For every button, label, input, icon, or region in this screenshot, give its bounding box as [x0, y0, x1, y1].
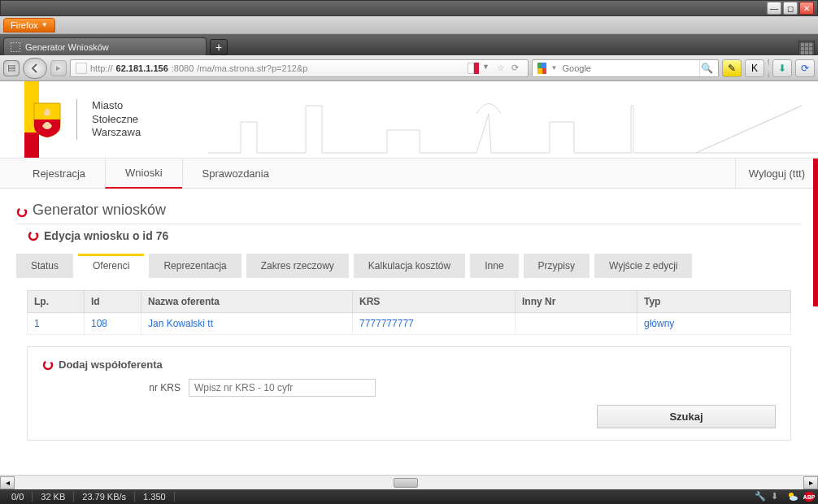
chevron-down-icon: ▼ — [41, 21, 48, 28]
cell-id[interactable]: 108 — [85, 313, 141, 335]
page-subtitle: Edycja wniosku o id 76 — [16, 226, 802, 250]
tab-wyjscie[interactable]: Wyjście z edycji — [594, 254, 693, 278]
window-titlebar: — ◻ ✕ — [0, 0, 818, 16]
warsaw-crest-icon — [33, 102, 62, 137]
krs-label: nr KRS — [42, 382, 181, 393]
tab-content: Lp. Id Nazwa oferenta KRS Inny Nr Typ 1 … — [16, 278, 802, 456]
browser-tab[interactable]: Generator Wniosków — [3, 37, 207, 55]
back-button[interactable] — [23, 58, 47, 79]
tab-overflow-button[interactable] — [798, 41, 815, 55]
red-border-accent — [813, 159, 818, 306]
site-favicon — [76, 63, 87, 74]
search-input[interactable] — [562, 63, 694, 73]
status-count: 0/0 — [3, 492, 33, 502]
url-bar[interactable]: http://62.181.1.156:8080/ma/ma.strona.st… — [70, 59, 529, 77]
main-navigation: Rejestracja Wnioski Sprawozdania Wyloguj… — [0, 159, 818, 189]
th-typ: Typ — [637, 291, 791, 313]
toggle-sidebar-button[interactable]: ▤ — [3, 60, 20, 76]
tab-oferenci[interactable]: Oferenci — [78, 254, 144, 278]
krs-input[interactable] — [189, 379, 376, 397]
skyline-decoration — [208, 89, 818, 154]
site-header: Miasto Stołeczne Warszawa — [0, 81, 818, 159]
site-logo: Miasto Stołeczne Warszawa — [33, 99, 141, 141]
logout-link[interactable]: Wyloguj (ttt) — [735, 159, 818, 188]
tab-title: Generator Wniosków — [25, 42, 109, 52]
tab-reprezentacja[interactable]: Reprezentacja — [149, 254, 241, 278]
page-viewport: Miasto Stołeczne Warszawa Rejestracja Wn… — [0, 81, 818, 475]
page-title: Generator wniosków — [16, 197, 802, 224]
city-line3: Warszawa — [92, 126, 141, 140]
url-host: 62.181.1.156 — [116, 63, 168, 73]
cell-inny — [516, 313, 637, 335]
city-line2: Stołeczne — [92, 113, 141, 127]
k-label: K — [751, 63, 758, 74]
scroll-track[interactable] — [15, 476, 803, 489]
cell-nazwa[interactable]: Jan Kowalski tt — [141, 313, 353, 335]
tab-inne[interactable]: Inne — [470, 254, 518, 278]
dropdown-icon[interactable]: ▼ — [482, 63, 494, 74]
cell-krs[interactable]: 7777777777 — [353, 313, 516, 335]
add-cooferent-panel: Dodaj współoferenta nr KRS Szukaj — [27, 346, 791, 441]
cell-lp[interactable]: 1 — [28, 313, 85, 335]
toolbar-separator — [768, 59, 769, 77]
nav-rejestracja[interactable]: Rejestracja — [13, 159, 105, 188]
th-krs: KRS — [353, 291, 516, 313]
bookmark-star-icon[interactable]: ☆ — [497, 63, 508, 74]
refresh-page-icon[interactable]: ⟳ — [795, 59, 815, 77]
download-icon[interactable]: ⬇ — [771, 491, 782, 502]
status-bar: 0/0 32 KB 23.79 KB/s 1.350 🔧 ⬇ ABP — [0, 489, 818, 504]
city-line1: Miasto — [92, 99, 141, 113]
adblock-icon[interactable]: ABP — [803, 491, 815, 502]
browser-tabbar: Generator Wniosków + — [0, 34, 818, 55]
minimize-button[interactable]: — — [767, 2, 781, 15]
table-row[interactable]: 1 108 Jan Kowalski tt 7777777777 główny — [28, 313, 791, 335]
tab-status[interactable]: Status — [16, 254, 73, 278]
scroll-left-button[interactable]: ◂ — [0, 476, 15, 489]
firefox-menu-label: Firefox — [11, 20, 38, 30]
scroll-right-button[interactable]: ▸ — [803, 476, 818, 489]
svg-text:ABP: ABP — [803, 494, 815, 500]
reload-icon[interactable]: ⟳ — [511, 63, 523, 74]
arrow-icon — [28, 230, 39, 241]
cell-typ[interactable]: główny — [637, 313, 791, 335]
close-button[interactable]: ✕ — [799, 2, 814, 15]
page-subtitle-text: Edycja wniosku o id 76 — [44, 229, 168, 242]
tab-kalkulacja[interactable]: Kalkulacja kosztów — [354, 254, 465, 278]
highlighter-icon[interactable]: ✎ — [722, 59, 742, 77]
flag-icon — [468, 63, 479, 74]
page-content: Generator wniosków Edycja wniosku o id 7… — [0, 189, 818, 459]
status-speed: 23.79 KB/s — [74, 492, 135, 502]
arrow-icon — [42, 359, 54, 371]
url-port: :8080 — [172, 63, 194, 73]
nav-wnioski[interactable]: Wnioski — [105, 159, 182, 189]
status-time: 1.350 — [135, 492, 175, 502]
new-tab-button[interactable]: + — [210, 39, 228, 55]
weather-icon[interactable] — [787, 491, 798, 502]
search-button[interactable]: Szukaj — [597, 405, 776, 428]
save-page-icon[interactable]: ⬇ — [772, 59, 792, 77]
tab-favicon — [11, 42, 20, 52]
svg-point-4 — [790, 496, 798, 501]
k-button[interactable]: K — [745, 59, 764, 77]
google-icon — [537, 63, 546, 74]
maximize-button[interactable]: ◻ — [783, 2, 798, 15]
tab-przypisy[interactable]: Przypisy — [524, 254, 590, 278]
tab-zakres[interactable]: Zakres rzeczowy — [246, 254, 349, 278]
panel-title: Dodaj współoferenta — [59, 358, 163, 371]
browser-searchbox[interactable]: ▼ 🔍 — [532, 59, 719, 77]
chevron-down-icon[interactable]: ▼ — [551, 64, 558, 72]
wrench-icon[interactable]: 🔧 — [755, 491, 766, 502]
scroll-thumb[interactable] — [394, 478, 418, 488]
arrow-icon — [16, 205, 28, 216]
firefox-menubar: Firefox ▼ — [0, 16, 818, 34]
horizontal-scrollbar[interactable]: ◂ ▸ — [0, 475, 818, 489]
url-path: /ma/ma.strona.str?p=212&p — [197, 63, 307, 73]
forward-button[interactable]: ▸ — [50, 60, 67, 76]
browser-toolbar: ▤ ▸ http://62.181.1.156:8080/ma/ma.stron… — [0, 55, 818, 81]
search-icon[interactable]: 🔍 — [699, 60, 713, 76]
th-id: Id — [85, 291, 141, 313]
firefox-menu-button[interactable]: Firefox ▼ — [3, 18, 55, 33]
status-size: 32 KB — [33, 492, 74, 502]
th-nazwa: Nazwa oferenta — [141, 291, 353, 313]
nav-sprawozdania[interactable]: Sprawozdania — [182, 159, 289, 188]
